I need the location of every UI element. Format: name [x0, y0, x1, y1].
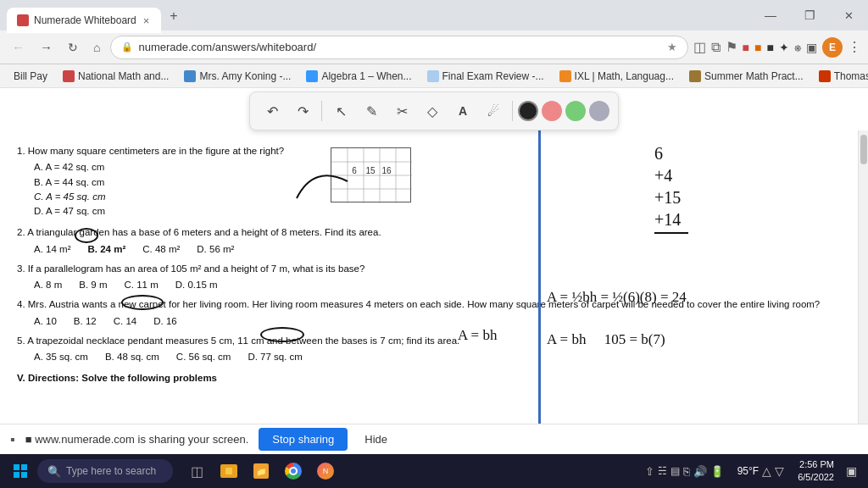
image-button[interactable]: ☄: [480, 97, 507, 125]
forward-button[interactable]: →: [35, 36, 58, 58]
weather-arrow-down: ▽: [775, 464, 784, 478]
url-bar[interactable]: 🔒 numerade.com/answers/whiteboard/ ★: [110, 36, 687, 59]
bookmarks-bar: Bill Pay National Math and... Mrs. Amy K…: [0, 64, 868, 88]
hw-line-3: +15: [654, 186, 688, 208]
q3-c: C. 11 m: [124, 278, 158, 292]
maximize-button[interactable]: ❐: [790, 0, 829, 30]
bookmark-final-exam[interactable]: Final Exam Review -...: [420, 69, 551, 84]
q4-b: B. 12: [74, 314, 97, 329]
taskbar-chrome[interactable]: [280, 458, 307, 485]
share-icon[interactable]: ⧉: [711, 40, 721, 55]
browser-action-icons: ◫ ⧉ ⚑ ■ ■ ■ ✦ ⎈ ▣ E ⋮: [693, 37, 861, 58]
tab-icon[interactable]: ▣: [806, 41, 817, 54]
taskbar-explorer[interactable]: [215, 458, 242, 485]
bookmark-icon[interactable]: ⚑: [726, 39, 737, 55]
bookmark-amy-koning[interactable]: Mrs. Amy Koning -...: [177, 69, 298, 84]
addon-icon-2[interactable]: ■: [754, 41, 761, 54]
notification-button[interactable]: ▣: [841, 461, 861, 481]
addon-icon-4[interactable]: ✦: [779, 41, 789, 54]
hw-line-2: +4: [654, 164, 688, 186]
taskview-button[interactable]: ◫: [183, 458, 210, 485]
color-black[interactable]: [518, 101, 538, 121]
tools-button[interactable]: ✂: [388, 97, 415, 125]
addon-icon-1[interactable]: ■: [743, 41, 749, 54]
question-3: 3. If a parallelogram has an area of 105…: [17, 262, 841, 293]
search-placeholder: Type here to search: [66, 465, 156, 477]
bm-favicon-7: [819, 70, 831, 82]
start-button[interactable]: [7, 458, 34, 485]
undo-button[interactable]: ↶: [259, 97, 286, 125]
close-button[interactable]: ✕: [829, 0, 868, 30]
tray-icon-1[interactable]: ☵: [658, 465, 667, 477]
address-bar: ← → ↻ ⌂ 🔒 numerade.com/answers/whiteboar…: [0, 30, 868, 64]
bookmark-summer-math[interactable]: Summer Math Pract...: [682, 69, 810, 84]
q3-a: A. 8 m: [34, 278, 62, 292]
stop-sharing-button[interactable]: Stop sharing: [259, 428, 348, 451]
bookmark-ixl[interactable]: IXL | Math, Languag...: [553, 69, 681, 84]
tab-close-btn[interactable]: ×: [142, 14, 152, 27]
q3-b: B. 9 m: [79, 278, 107, 292]
bookmark-label: IXL | Math, Languag...: [575, 70, 674, 82]
menu-icon[interactable]: ⋮: [848, 39, 861, 55]
tray-up-arrow[interactable]: ⇧: [645, 465, 654, 478]
color-purple[interactable]: [589, 101, 609, 121]
addon-icon-3[interactable]: ■: [767, 41, 774, 54]
hw-eq2: A = bh 105 = b(7): [547, 325, 687, 354]
bookmark-label: Bill Pay: [14, 70, 47, 82]
hw-equations: A = ½bh = ½(6)(8) = 24 A = bh 105 = b(7): [547, 283, 687, 354]
sound-icon[interactable]: 🔊: [693, 465, 707, 478]
color-pink[interactable]: [542, 101, 562, 121]
bookmark-algebra[interactable]: Algebra 1 – When...: [299, 69, 418, 84]
hw-line-4: +14: [654, 208, 688, 230]
bookmark-label: Algebra 1 – When...: [321, 70, 411, 82]
hide-button[interactable]: Hide: [358, 430, 394, 449]
bookmark-national-math[interactable]: National Math and...: [56, 69, 175, 84]
minimize-button[interactable]: —: [751, 0, 790, 30]
bookmark-star-icon[interactable]: ★: [667, 41, 677, 53]
right-scrollbar[interactable]: [858, 130, 868, 424]
q3-d: D. 0.15 m: [175, 278, 218, 292]
bm-favicon-1: [63, 70, 75, 82]
taskbar-search-bar[interactable]: 🔍 Type here to search: [37, 459, 173, 483]
home-button[interactable]: ⌂: [88, 37, 105, 58]
taskbar-files[interactable]: 📁: [248, 458, 275, 485]
circle-q2-b: [121, 295, 164, 310]
taskbar: 🔍 Type here to search ◫ 📁 N: [0, 454, 868, 488]
back-button[interactable]: ←: [7, 36, 30, 58]
system-tray: ⇧ ☵ ▤ ⎘ 🔊 🔋 95°F △ ▽ 2:56 PM 6/5/2022 ▣: [645, 458, 861, 485]
cast-icon[interactable]: ⎈: [794, 41, 801, 54]
q2-c: C. 48 m²: [142, 242, 180, 257]
pencil-button[interactable]: ✎: [358, 97, 385, 125]
temperature-text: 95°F: [737, 465, 759, 477]
tray-icons: ⇧ ☵ ▤ ⎘ 🔊 🔋: [645, 465, 724, 478]
temperature-display: 95°F △ ▽: [731, 464, 791, 478]
network-icon[interactable]: ⎘: [683, 465, 690, 478]
new-tab-button[interactable]: +: [161, 5, 186, 27]
tray-icon-2[interactable]: ▤: [670, 465, 680, 477]
clock-display[interactable]: 2:56 PM 6/5/2022: [798, 458, 834, 485]
bm-favicon-6: [689, 70, 701, 82]
scroll-thumb[interactable]: [860, 135, 867, 164]
text-button[interactable]: A: [449, 97, 476, 125]
whiteboard-toolbar: ↶ ↷ ↖ ✎ ✂ ◇ A ☄: [249, 92, 619, 130]
battery-icon[interactable]: 🔋: [710, 465, 724, 478]
eraser-button[interactable]: ◇: [419, 97, 446, 125]
color-green[interactable]: [565, 101, 586, 121]
browser-tab-active[interactable]: Numerade Whiteboard ×: [7, 8, 161, 33]
q4-d: D. 16: [153, 314, 177, 329]
search-icon: 🔍: [47, 465, 61, 478]
select-button[interactable]: ↖: [327, 97, 354, 125]
extensions-icon[interactable]: ◫: [693, 39, 706, 55]
q5-c: C. 56 sq. cm: [176, 350, 231, 364]
taskbar-app5[interactable]: N: [312, 458, 339, 485]
q2-d: D. 56 m²: [197, 242, 234, 257]
profile-avatar[interactable]: E: [822, 37, 843, 58]
weather-arrow-up: △: [762, 464, 771, 478]
reload-button[interactable]: ↻: [63, 37, 83, 58]
screen-share-monitor-icon: ▪: [10, 432, 15, 447]
q4-c: C. 14: [114, 314, 137, 329]
lock-icon: 🔒: [121, 42, 133, 53]
bookmark-thomastik[interactable]: Thomastik-Infeld C...: [812, 69, 868, 84]
bookmark-bill-pay[interactable]: Bill Pay: [7, 69, 54, 84]
redo-button[interactable]: ↷: [289, 97, 316, 125]
